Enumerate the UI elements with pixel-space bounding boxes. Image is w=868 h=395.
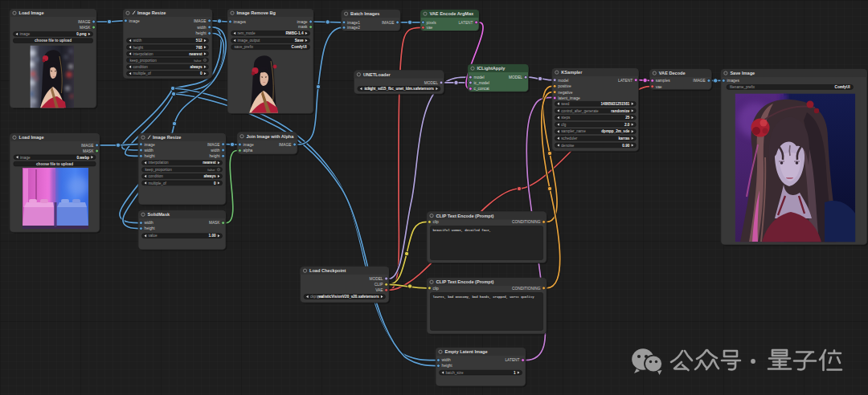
- svg-text:RMBG-1.4: RMBG-1.4: [286, 31, 304, 35]
- svg-text:batch_size: batch_size: [446, 371, 464, 375]
- svg-text:Load Image: Load Image: [19, 10, 44, 15]
- svg-text:Join Image with Alpha: Join Image with Alpha: [247, 134, 295, 139]
- svg-text:seed: seed: [561, 102, 569, 106]
- svg-text:randomize: randomize: [611, 109, 629, 113]
- svg-text:SolidMask: SolidMask: [148, 212, 171, 217]
- svg-text:image_output: image_output: [238, 39, 261, 43]
- svg-text:0.png: 0.png: [76, 32, 86, 36]
- svg-text:Load Image: Load Image: [19, 135, 44, 140]
- svg-text:choose file to upload: choose file to upload: [35, 39, 72, 43]
- svg-text:nearest: nearest: [189, 52, 203, 56]
- svg-text:LATENT: LATENT: [618, 79, 633, 83]
- svg-text:dpmpp_2m_sde: dpmpp_2m_sde: [601, 129, 629, 133]
- svg-text:image1: image1: [347, 21, 360, 25]
- svg-text:IMAGE: IMAGE: [693, 79, 705, 83]
- svg-text:image: image: [20, 32, 31, 36]
- svg-text:latent_image: latent_image: [558, 96, 580, 100]
- svg-text:width: width: [133, 39, 142, 43]
- svg-text:false: false: [207, 168, 215, 172]
- svg-text:save_prefix: save_prefix: [235, 45, 254, 49]
- svg-text:MODEL: MODEL: [509, 75, 522, 79]
- svg-text:Image Resize: Image Resize: [153, 135, 181, 140]
- svg-text:0: 0: [214, 181, 216, 185]
- svg-text:mask: mask: [298, 25, 308, 29]
- svg-text:CLIP: CLIP: [375, 283, 383, 287]
- svg-text:negative: negative: [558, 91, 572, 95]
- svg-text:positive: positive: [558, 84, 571, 88]
- svg-text:Batch Images: Batch Images: [350, 11, 379, 16]
- svg-text:IMAGE: IMAGE: [279, 143, 291, 147]
- svg-text:rem_mode: rem_mode: [238, 31, 256, 35]
- svg-text:control_after_generate: control_after_generate: [561, 109, 599, 113]
- svg-text:768: 768: [196, 46, 203, 50]
- svg-text:image: image: [244, 143, 254, 147]
- svg-text:2.0: 2.0: [624, 123, 630, 127]
- svg-text:model: model: [558, 79, 568, 83]
- svg-text:CONDITIONING: CONDITIONING: [512, 287, 541, 291]
- svg-text:clip: clip: [433, 287, 440, 291]
- svg-text:choose file to upload: choose file to upload: [36, 162, 73, 166]
- svg-text:height: height: [442, 364, 453, 368]
- svg-text:width: width: [145, 149, 154, 153]
- svg-text:multiple_of: multiple_of: [149, 181, 167, 185]
- svg-text:images: images: [234, 20, 247, 24]
- svg-text:alpha: alpha: [244, 149, 253, 153]
- svg-text:LATENT: LATENT: [505, 358, 519, 362]
- svg-text:Save: Save: [295, 39, 304, 43]
- svg-text:value: value: [149, 234, 158, 238]
- svg-text:14865931251581: 14865931251581: [601, 102, 630, 106]
- svg-text:vae: vae: [656, 85, 662, 89]
- svg-text:samples: samples: [656, 79, 670, 83]
- svg-text:MODEL: MODEL: [424, 81, 438, 85]
- svg-text:ComfyUI: ComfyUI: [292, 45, 307, 49]
- svg-text:IMAGE: IMAGE: [194, 19, 206, 23]
- svg-text:c_concat: c_concat: [474, 87, 490, 91]
- svg-text:1.00: 1.00: [209, 234, 216, 238]
- svg-text:image: image: [20, 156, 31, 160]
- svg-text:false: false: [194, 59, 202, 63]
- svg-text:MASK: MASK: [209, 221, 220, 225]
- svg-text:karras: karras: [619, 136, 630, 140]
- svg-text:vae: vae: [427, 26, 433, 30]
- svg-text:MODEL: MODEL: [369, 277, 383, 281]
- svg-text:0.90: 0.90: [622, 144, 629, 148]
- svg-text:realisticVisionV20_v20.safeten: realisticVisionV20_v20.safetensors: [317, 295, 379, 299]
- svg-text:condition: condition: [133, 65, 149, 69]
- svg-text:IMAGE: IMAGE: [78, 20, 90, 24]
- svg-text:1: 1: [514, 371, 516, 375]
- svg-text:sampler_name: sampler_name: [561, 129, 586, 133]
- svg-text:denoise: denoise: [561, 144, 575, 148]
- svg-text:0.webp: 0.webp: [76, 156, 89, 160]
- svg-text:keep_proportion: keep_proportion: [145, 168, 173, 172]
- svg-text:clip: clip: [433, 220, 440, 224]
- svg-text:height: height: [145, 154, 156, 158]
- svg-text:Empty Latent Image: Empty Latent Image: [445, 349, 488, 354]
- svg-text:Image Remove Bg: Image Remove Bg: [237, 10, 276, 15]
- svg-text:MASK: MASK: [83, 149, 94, 153]
- svg-text:keep_proportion: keep_proportion: [130, 59, 158, 63]
- svg-text:ComfyUI: ComfyUI: [835, 85, 850, 89]
- svg-text:KSampler: KSampler: [561, 70, 583, 75]
- svg-text:width: width: [145, 221, 154, 225]
- svg-text:width: width: [197, 26, 207, 30]
- svg-text:MASK: MASK: [80, 26, 91, 30]
- svg-text:width: width: [211, 149, 220, 153]
- svg-text:Save Image: Save Image: [730, 71, 755, 75]
- svg-text:height: height: [133, 46, 144, 50]
- svg-text:image: image: [297, 20, 307, 24]
- svg-text:always: always: [190, 65, 203, 69]
- svg-text:CLIP Text Encode (Prompt): CLIP Text Encode (Prompt): [436, 279, 494, 284]
- svg-text:UNETLoader: UNETLoader: [363, 72, 391, 77]
- svg-text:IMAGE: IMAGE: [81, 144, 93, 148]
- svg-text:ICLightApply: ICLightApply: [477, 66, 506, 71]
- svg-text:VAE Decode: VAE Decode: [659, 71, 686, 75]
- svg-text:Load Checkpoint: Load Checkpoint: [309, 268, 346, 273]
- svg-text:height: height: [145, 226, 156, 230]
- svg-text:VAE Encode ArgMax: VAE Encode ArgMax: [430, 11, 475, 16]
- svg-text:25: 25: [625, 116, 630, 120]
- svg-text:interpolation: interpolation: [149, 161, 169, 165]
- svg-text:CONDITIONING: CONDITIONING: [512, 220, 541, 224]
- svg-text:CLIP Text Encode (Prompt): CLIP Text Encode (Prompt): [436, 214, 494, 218]
- svg-text:condition: condition: [149, 174, 164, 178]
- svg-text:image: image: [129, 19, 140, 23]
